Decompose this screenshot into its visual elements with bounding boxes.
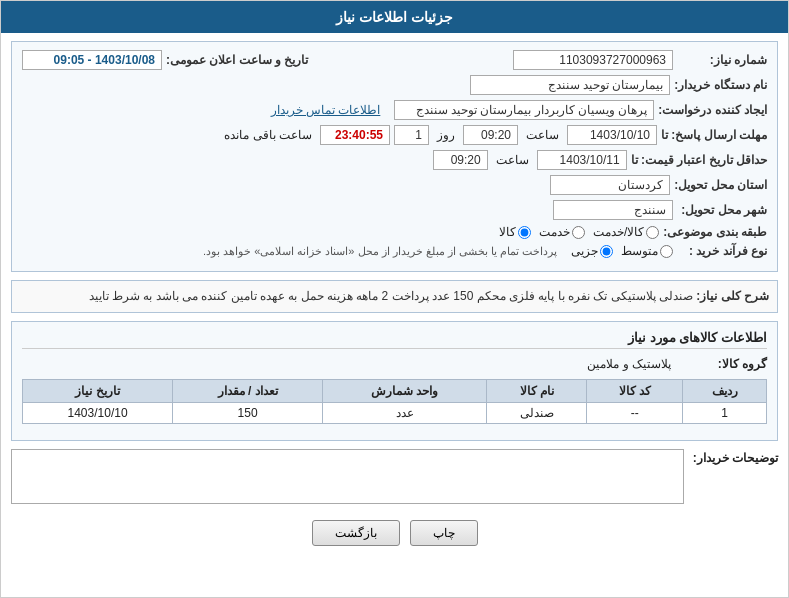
khardar-value: بیمارستان توحید سنندج	[470, 75, 670, 95]
notes-textarea[interactable]	[11, 449, 684, 504]
col-date: تاریخ نیاز	[23, 380, 173, 403]
radio-kala-khedmat[interactable]: کالا/خدمت	[593, 225, 659, 239]
table-row: 1 -- صندلی عدد 150 1403/10/10	[23, 403, 767, 424]
remain-label: ساعت باقی مانده	[224, 128, 312, 142]
cell-date: 1403/10/10	[23, 403, 173, 424]
back-button[interactable]: بازگشت	[312, 520, 400, 546]
ostan-label: استان محل تحویل:	[674, 178, 767, 192]
col-unit: واحد شمارش	[323, 380, 487, 403]
nooe-note: پرداخت تمام یا بخشی از مبلغ خریدار از مح…	[203, 245, 557, 258]
radio-motavset[interactable]: متوسط	[621, 244, 673, 258]
tammas-link[interactable]: اطلاعات تماس خریدار	[271, 103, 381, 117]
radio-jozi-label: جزیی	[571, 244, 598, 258]
mohlat-remain-value: 23:40:55	[320, 125, 390, 145]
mohlat-day: 1	[394, 125, 429, 145]
cell-unit: عدد	[323, 403, 487, 424]
group-label: گروه کالا:	[677, 357, 767, 371]
ostan-value: کردستان	[550, 175, 670, 195]
day-label: روز	[437, 128, 455, 142]
shomara-label: شماره نیاز:	[677, 53, 767, 67]
ijad-value: پرهان ویسیان کاربردار بیمارستان توحید سن…	[394, 100, 654, 120]
shomara-value: 1103093727000963	[513, 50, 673, 70]
notes-label: توضیحات خریدار:	[688, 449, 778, 465]
hadeaghal-date: 1403/10/11	[537, 150, 627, 170]
ijad-label: ایجاد کننده درخواست:	[658, 103, 767, 117]
radio-kala-khedmat-label: کالا/خدمت	[593, 225, 644, 239]
cell-code: --	[587, 403, 683, 424]
time-separator-1: ساعت	[526, 128, 559, 142]
sharh-box: شرح کلی نیاز: صندلی پلاستیکی تک نفره با …	[11, 280, 778, 313]
elan-label: تاریخ و ساعت اعلان عمومی:	[166, 53, 308, 67]
hadeaghal-label: حداقل تاریخ اعتبار قیمت: تا	[631, 153, 767, 167]
khardar-label: نام دستگاه خریدار:	[674, 78, 767, 92]
print-button[interactable]: چاپ	[410, 520, 478, 546]
elan-value: 1403/10/08 - 09:05	[22, 50, 162, 70]
col-row: ردیف	[683, 380, 767, 403]
page-title: جزئیات اطلاعات نیاز	[336, 9, 453, 25]
shahr-value: سنندج	[553, 200, 673, 220]
mohlat-date: 1403/10/10	[567, 125, 657, 145]
page-header: جزئیات اطلاعات نیاز	[1, 1, 788, 33]
radio-motavset-input[interactable]	[660, 245, 673, 258]
sharh-label: شرح کلی نیاز:	[696, 289, 769, 303]
cell-row: 1	[683, 403, 767, 424]
radio-kala-khedmat-input[interactable]	[646, 226, 659, 239]
shahr-label: شهر محل تحویل:	[677, 203, 767, 217]
nooe-radio-group: متوسط جزیی	[571, 244, 673, 258]
notes-section: توضیحات خریدار:	[11, 449, 778, 504]
kala-table: ردیف کد کالا نام کالا واحد شمارش تعداد /…	[22, 379, 767, 424]
radio-khedmat-input[interactable]	[572, 226, 585, 239]
radio-jozi[interactable]: جزیی	[571, 244, 613, 258]
radio-kala[interactable]: کالا	[499, 225, 531, 239]
col-count: تعداد / مقدار	[173, 380, 323, 403]
col-code: کد کالا	[587, 380, 683, 403]
cell-count: 150	[173, 403, 323, 424]
mohlat-time: 09:20	[463, 125, 518, 145]
radio-motavset-label: متوسط	[621, 244, 658, 258]
radio-khedmat-label: خدمت	[539, 225, 570, 239]
kala-section-title: اطلاعات کالاهای مورد نیاز	[22, 330, 767, 349]
tabaghe-radio-group: کالا/خدمت خدمت کالا	[499, 225, 659, 239]
radio-jozi-input[interactable]	[600, 245, 613, 258]
sharh-text: صندلی پلاستیکی تک نفره با پایه فلزی محکم…	[89, 289, 693, 303]
time-separator-2: ساعت	[496, 153, 529, 167]
cell-name: صندلی	[487, 403, 587, 424]
mohlat-label: مهلت ارسال پاسخ: تا	[661, 128, 767, 142]
radio-kala-label: کالا	[499, 225, 516, 239]
hadeaghal-time: 09:20	[433, 150, 488, 170]
radio-khedmat[interactable]: خدمت	[539, 225, 585, 239]
nooe-label: نوع فرآند خرید :	[677, 244, 767, 258]
group-value: پلاستیک و ملامین	[581, 355, 677, 373]
button-bar: چاپ بازگشت	[11, 512, 778, 552]
radio-kala-input[interactable]	[518, 226, 531, 239]
col-name: نام کالا	[487, 380, 587, 403]
tabaghe-label: طبقه بندی موضوعی:	[663, 225, 767, 239]
